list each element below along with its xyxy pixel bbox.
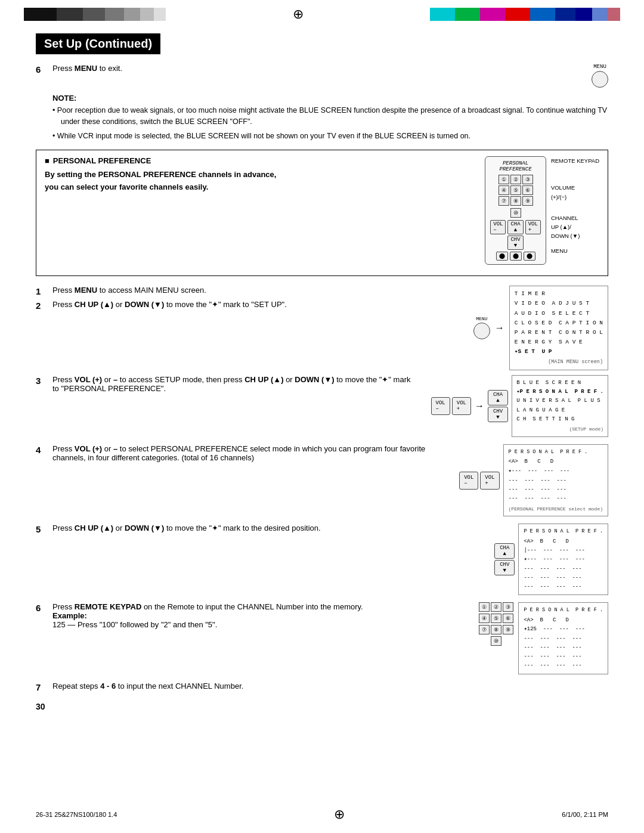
vol-plus-btn: VOL+ [525,220,541,234]
kp-s6-9: ⑨ [503,625,513,634]
kp-s6-8: ⑧ [491,625,501,634]
step-4-row: 4 Press VOL (+) or – to select PERSONAL … [36,444,608,517]
step-number-5: 5 [36,524,49,534]
kp-s6-0: ⑩ [491,636,501,646]
step-number-3: 3 [36,376,49,386]
crosshair-bottom: ⊕ [334,807,345,822]
page-number-label: 30 [36,702,608,711]
remote-btn-row: ⬤ ⬤ ⬤ [496,252,535,261]
cha-btn-s3: CHA▲ [488,390,508,405]
vol-minus-btn: VOL− [490,220,506,234]
menu-label-s1: MENU [476,316,487,321]
ch-down-btn: CHV▼ [507,236,523,250]
kp-4: ④ [499,185,509,195]
color-block-black2 [57,8,83,21]
top-color-bar: ⊕ [0,6,644,23]
kp-8: ⑧ [510,196,521,206]
kp-3: ③ [522,175,533,184]
personal-preference-section: ■ PERSONAL PREFERENCE By setting the PER… [36,150,608,276]
color-block-black1 [24,8,57,21]
color-block-gray2 [105,8,124,21]
vol-minus-s3: VOL− [431,397,450,415]
step-2-text: Press CH UP (▲) or DOWN (▼) to move the … [52,300,287,309]
step-4-text: Press VOL (+) or – to select PERSONAL PR… [52,444,447,462]
doc-date: 6/1/00, 2:11 PM [562,811,608,818]
kp-6: ⑥ [522,185,533,195]
step-number-7: 7 [36,682,49,692]
menu-btn-s1 [473,323,490,339]
kp-0: ⑩ [510,208,521,218]
remote-body: PERSONALPREFERENCE ① ② ③ ④ ⑤ ⑥ ⑦ ⑧ ⑨ [485,156,546,265]
kp-9: ⑨ [522,196,533,206]
step-3-row: 3 Press VOL (+) or – to access SETUP mod… [36,375,608,437]
step-6-exit-text: Press MENU to exit. [52,64,122,73]
color-block-navy [555,8,575,21]
color-block-ltblue [592,8,607,21]
arrow-s3: → [475,401,484,411]
chv-btn-s5: CHV▼ [494,560,515,575]
ch-up-btn: CHA▲ [507,220,523,234]
kp-s6-7: ⑦ [479,625,490,634]
step-number-4: 4 [36,445,49,455]
step3-diagram: VOL− VOL+ → CHA▲ CHV▼ B L U E S C R E E … [431,375,608,437]
note-block: NOTE: • Poor reception due to weak signa… [52,94,608,141]
crosshair-center: ⊕ [166,7,430,22]
color-block-cyan [430,8,455,21]
color-block-magenta [480,8,505,21]
step5-diagram: CHA▲ CHV▼ P E R S O N A L P R E F . <A> … [494,524,608,595]
step-1-text: Press MENU to access MAIN MENU screen. [52,286,206,295]
vol-plus-s3: VOL+ [452,397,471,415]
page-title: Set Up (Continued) [36,33,160,54]
color-block-white1 [154,8,166,21]
note-item-1: • Poor reception due to weak signals, or… [52,105,608,128]
remote-diagram: PERSONALPREFERENCE ① ② ③ ④ ⑤ ⑥ ⑦ ⑧ ⑨ [485,156,599,265]
color-block-gray3 [124,8,140,21]
color-block-gray4 [140,8,154,21]
step-6-remote-row: 6 Press REMOTE KEYPAD on the Remote to i… [36,602,608,674]
step12-diagram: MENU → T I M E R V I D E O A D J U S T A… [473,286,608,370]
footer-bar: 26-31 25&27NS100/180 1.4 ⊕ 6/1/00, 2:11 … [0,807,644,822]
step-6-text: Press REMOTE KEYPAD on the Remote to inp… [52,602,363,629]
kp-5: ⑤ [510,185,521,195]
step-7-text: Repeat steps 4 - 6 to input the next CHA… [52,682,243,690]
chv-btn-s3: CHV▼ [488,407,508,422]
step-3-text: Press VOL (+) or – to access SETUP mode,… [52,375,419,393]
color-block-red [505,8,530,21]
step-6-exit: 6 Press MENU to exit. MENU [36,64,608,88]
pref-select-screen: P E R S O N A L P R E F . <A> B C D ✦---… [503,444,608,517]
kp-s6-1: ① [479,602,490,612]
kp-s6-2: ② [491,602,501,612]
note-title: NOTE: [52,94,608,103]
step-number-6: 6 [36,603,49,613]
kp-s6-6: ⑥ [503,614,513,623]
kp-1: ① [499,175,509,184]
step-number-2: 2 [36,301,49,311]
step-5-row: 5 Press CH UP (▲) or DOWN (▼) to move th… [36,524,608,595]
kp-2: ② [510,175,521,184]
color-block-blue [530,8,555,21]
pref-desc: By setting the PERSONAL PREFERENCE chann… [45,169,469,194]
color-block-pink [607,8,620,21]
step-number-1: 1 [36,286,49,296]
kp-7: ⑦ [499,196,509,206]
step-number-6exit: 6 [36,64,49,75]
remote-labels: REMOTE KEYPAD VOLUME (+)/(−) CHANNEL UP … [551,156,599,255]
kp-s6-5: ⑤ [491,614,501,623]
color-block-gray1 [83,8,105,21]
doc-id: 26-31 25&27NS100/180 1.4 [36,811,117,818]
cha-btn-s5: CHA▲ [494,543,515,559]
note-item-2: • While VCR input mode is selected, the … [52,131,608,142]
main-menu-screen: T I M E R V I D E O A D J U S T A U D I … [509,286,608,370]
color-block-dkblue [575,8,592,21]
vol-plus-s4: VOL+ [480,472,499,490]
step6-diagram: ① ② ③ ④ ⑤ ⑥ ⑦ ⑧ ⑨ ⑩ [479,602,608,674]
pref-title: ■ PERSONAL PREFERENCE [45,156,469,165]
pref-channel-screen: P E R S O N A L P R E F . <A> B C D ✦125… [518,602,608,674]
kp-s6-4: ④ [479,614,490,623]
setup-mode-screen: B L U E S C R E E N ✦P E R S O N A L P R… [512,375,608,437]
step-5-text: Press CH UP (▲) or DOWN (▼) to move the … [52,524,321,532]
pref-position-screen: P E R S O N A L P R E F . <A> B C D |---… [518,524,608,595]
menu-label-small: MENU [593,64,606,70]
vol-minus-s4: VOL− [459,472,478,490]
color-block-green [455,8,480,21]
